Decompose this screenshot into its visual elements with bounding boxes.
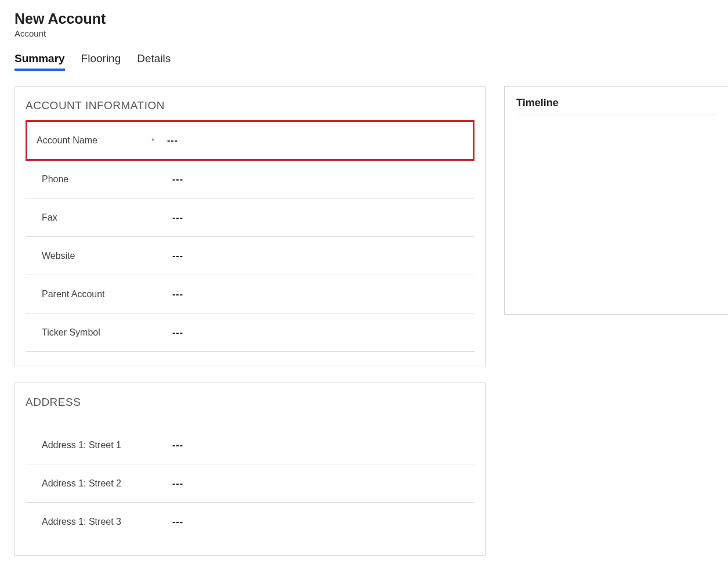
- field-label-wrap: Address 1: Street 3: [42, 517, 172, 527]
- field-value[interactable]: ---: [172, 327, 183, 338]
- field-label-wrap: Parent Account: [42, 289, 172, 300]
- field-label: Parent Account: [42, 289, 105, 300]
- right-column: Timeline: [504, 86, 728, 315]
- timeline-title: Timeline: [516, 97, 716, 114]
- field-value[interactable]: ---: [172, 212, 183, 223]
- field-label-wrap: Website: [42, 251, 172, 261]
- field-ticker-symbol[interactable]: Ticker Symbol ---: [26, 313, 475, 352]
- field-phone[interactable]: Phone ---: [26, 160, 475, 199]
- timeline-card: Timeline: [504, 86, 728, 315]
- field-parent-account[interactable]: Parent Account ---: [26, 275, 475, 313]
- address-card: ADDRESS Address 1: Street 1 --- Address …: [15, 383, 486, 556]
- field-label-wrap: Address 1: Street 2: [42, 478, 172, 489]
- content-row: ACCOUNT INFORMATION Account Name * --- P…: [15, 86, 728, 556]
- field-label: Website: [42, 251, 75, 261]
- field-address-street-2[interactable]: Address 1: Street 2 ---: [26, 464, 475, 503]
- field-value[interactable]: ---: [172, 440, 183, 450]
- field-label-wrap: Account Name *: [37, 135, 167, 146]
- tab-flooring[interactable]: Flooring: [81, 52, 121, 71]
- field-value[interactable]: ---: [172, 289, 183, 300]
- field-label: Ticker Symbol: [42, 327, 100, 338]
- field-label: Address 1: Street 3: [42, 517, 121, 527]
- field-label: Address 1: Street 1: [42, 440, 121, 450]
- section-title-address: ADDRESS: [26, 396, 475, 409]
- page-subtitle: Account: [15, 28, 728, 38]
- page-title: New Account: [15, 10, 728, 27]
- field-label: Address 1: Street 2: [42, 478, 121, 489]
- field-website[interactable]: Website ---: [26, 237, 475, 275]
- field-value[interactable]: ---: [167, 135, 178, 146]
- account-information-card: ACCOUNT INFORMATION Account Name * --- P…: [15, 86, 486, 366]
- tabs: Summary Flooring Details: [15, 52, 728, 71]
- tab-details[interactable]: Details: [137, 52, 171, 71]
- required-marker-icon: *: [151, 136, 154, 145]
- field-label-wrap: Ticker Symbol: [42, 327, 172, 338]
- field-fax[interactable]: Fax ---: [26, 199, 475, 237]
- field-label: Account Name: [37, 135, 97, 146]
- field-value[interactable]: ---: [172, 174, 183, 185]
- page-header: New Account Account: [15, 10, 728, 38]
- section-title-account-info: ACCOUNT INFORMATION: [26, 99, 475, 112]
- field-label: Fax: [42, 212, 57, 223]
- field-value[interactable]: ---: [172, 517, 183, 527]
- field-account-name[interactable]: Account Name * ---: [26, 120, 475, 161]
- field-value[interactable]: ---: [172, 251, 183, 261]
- field-label-wrap: Address 1: Street 1: [42, 440, 172, 450]
- tab-summary[interactable]: Summary: [15, 52, 65, 71]
- field-label-wrap: Fax: [42, 212, 172, 223]
- left-column: ACCOUNT INFORMATION Account Name * --- P…: [15, 86, 486, 556]
- field-label: Phone: [42, 174, 68, 185]
- spacer: [26, 417, 475, 426]
- field-value[interactable]: ---: [172, 478, 183, 489]
- field-label-wrap: Phone: [42, 174, 172, 185]
- field-address-street-1[interactable]: Address 1: Street 1 ---: [26, 426, 475, 464]
- field-address-street-3[interactable]: Address 1: Street 3 ---: [26, 503, 475, 541]
